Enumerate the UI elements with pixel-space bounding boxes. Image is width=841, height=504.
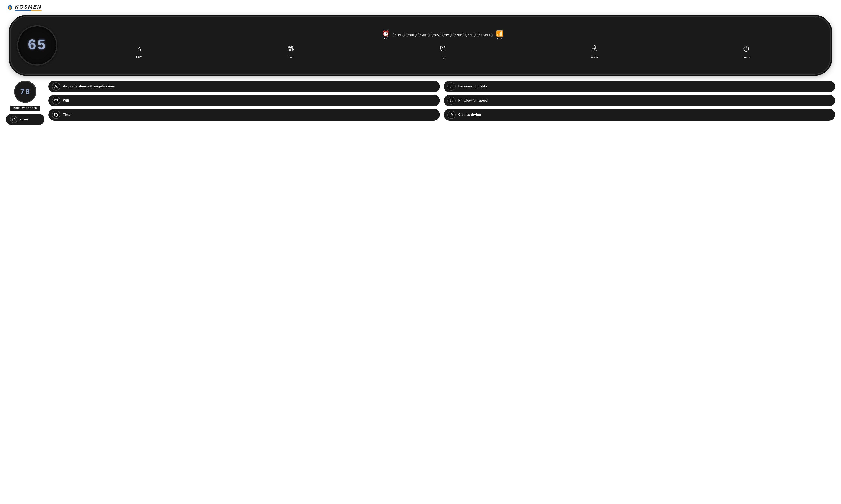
feature-wifi-icon	[52, 96, 60, 105]
display-number-sm: 70	[20, 88, 31, 96]
svg-point-7	[56, 87, 58, 88]
feature-col-left: Air purification with negative ions Wifi	[48, 80, 210, 125]
logo-text-block: KOSMEN	[15, 4, 41, 11]
hum-icon	[135, 44, 143, 54]
svg-point-5	[55, 85, 57, 87]
left-column: 70 DISPLAY SCREEN Power	[6, 80, 45, 125]
logo-name: KOSMEN	[15, 4, 41, 10]
power-pill-icon	[10, 116, 17, 123]
feature-wifi-text: Wifi	[63, 99, 69, 103]
display-screen-label: DISPLAY SCREEN	[10, 106, 40, 111]
power-pill-text: Power	[19, 118, 29, 121]
device-display: 65	[17, 25, 57, 66]
display-number: 65	[28, 37, 47, 54]
device-panel: 65 ⏰ Timing Timing High Middle Low Dry A…	[10, 16, 210, 75]
hum-label: HUM	[136, 56, 142, 59]
feature-timer-pill[interactable]: Timer	[48, 109, 210, 121]
hum-button[interactable]: HUM	[135, 44, 143, 59]
feature-anion-pill[interactable]: Air purification with negative ions	[48, 80, 210, 92]
logo-underline	[15, 11, 41, 11]
logo-area: KOSMEN	[6, 4, 41, 11]
feature-wifi-pill[interactable]: Wifi	[48, 95, 210, 106]
feature-anion-icon	[52, 83, 60, 91]
feature-timer-icon	[52, 111, 60, 119]
display-screen-sm: 70	[14, 80, 36, 103]
controls-area: ⏰ Timing Timing High Middle Low Dry Anio…	[63, 30, 210, 61]
feature-timer-text: Timer	[63, 113, 72, 116]
button-row: HUM Fan	[63, 42, 210, 61]
svg-point-9	[56, 102, 56, 102]
power-feature-pill[interactable]: Power	[6, 114, 45, 125]
bottom-section: 70 DISPLAY SCREEN Power	[6, 80, 210, 125]
indicator-row: ⏰ Timing Timing High Middle Low Dry Anio…	[63, 30, 210, 40]
svg-point-6	[55, 87, 56, 88]
logo-icon	[6, 4, 14, 11]
feature-anion-text: Air purification with negative ions	[63, 85, 115, 88]
